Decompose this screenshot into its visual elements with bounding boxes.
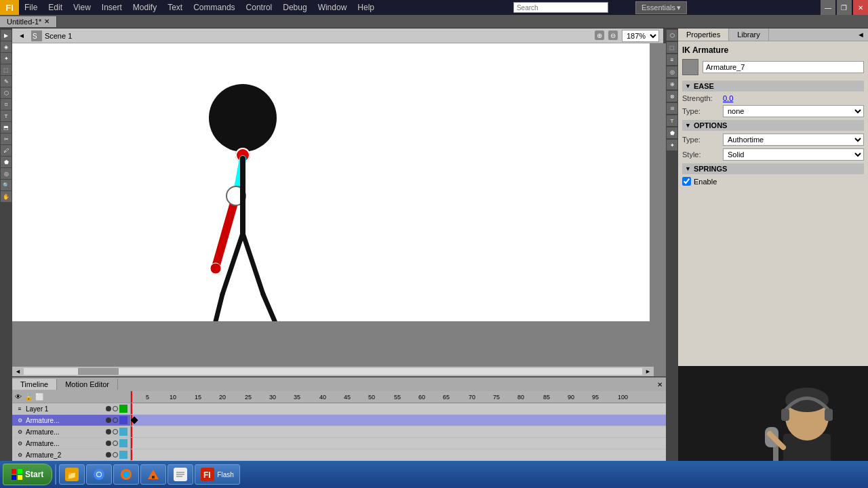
menu-window[interactable]: Window (313, 0, 353, 15)
rtoolbar-btn-9[interactable]: ⬟ (667, 127, 677, 138)
options-type-select[interactable]: Authortime Runtime (723, 134, 864, 146)
taskbar-notepad-button[interactable] (167, 464, 193, 485)
rtoolbar-btn-1[interactable]: ⬡ (667, 30, 677, 41)
menu-control[interactable]: Control (241, 0, 278, 15)
red-bar (131, 449, 132, 460)
minimize-button[interactable]: — (821, 0, 835, 15)
springs-section-header[interactable]: ▼ SPRINGS (682, 163, 864, 174)
rtoolbar-btn-10[interactable]: ✦ (667, 140, 677, 150)
frame-15: 15 (195, 394, 201, 401)
track-row-1[interactable] (131, 403, 666, 415)
toolbar-btn-7[interactable]: ⌑ (1, 99, 12, 110)
menu-debug[interactable]: Debug (277, 0, 312, 15)
layer-visibility-dot[interactable] (106, 441, 111, 446)
taskbar-firefox-button[interactable] (113, 464, 139, 485)
track-row-3[interactable] (131, 426, 666, 438)
restore-button[interactable]: ❐ (837, 0, 852, 15)
menu-insert[interactable]: Insert (96, 0, 127, 15)
toolbar-btn-3[interactable]: ✦ (1, 53, 12, 64)
toolbar-btn-2[interactable]: ◈ (1, 41, 12, 52)
layer-row-5[interactable]: ⚙ Armature_2 (12, 449, 130, 461)
layer-visibility-dot[interactable] (106, 429, 111, 434)
menu-edit[interactable]: Edit (43, 0, 68, 15)
zoom-select[interactable]: 187% 50% 75% 100% 150% 200% 400% (622, 30, 659, 42)
rtoolbar-btn-5[interactable]: ⊕ (667, 79, 677, 89)
track-row-5[interactable] (131, 449, 666, 461)
layer-visibility-dot[interactable] (106, 418, 111, 423)
ease-type-select[interactable]: none simple stop and start (723, 105, 864, 117)
taskbar-chrome-button[interactable] (86, 464, 112, 485)
layer-row-3[interactable]: ⚙ Armature... (12, 426, 130, 438)
tab-library[interactable]: Library (729, 28, 769, 41)
toolbar-btn-1[interactable]: ▶ (1, 30, 12, 41)
tab-timeline[interactable]: Timeline (12, 379, 57, 390)
scroll-track[interactable] (24, 368, 642, 375)
rtoolbar-btn-2[interactable]: ⬚ (667, 42, 677, 53)
track-row-2[interactable] (131, 415, 666, 426)
canvas-area[interactable]: ◄ ► (12, 43, 666, 376)
tab-motion-editor[interactable]: Motion Editor (57, 379, 118, 390)
rtoolbar-btn-6[interactable]: ⊗ (667, 91, 677, 102)
taskbar-explorer-button[interactable]: 📁 (59, 464, 85, 485)
canvas-white[interactable] (12, 43, 650, 321)
scroll-right-button[interactable]: ► (642, 368, 654, 375)
toolbar-btn-10[interactable]: ✂ (1, 134, 12, 144)
essentials-button[interactable]: Essentials ▾ (635, 1, 687, 14)
menu-modify[interactable]: Modify (127, 0, 162, 15)
rtoolbar-btn-4[interactable]: ◎ (667, 66, 677, 77)
layer-lock-dot[interactable] (113, 406, 118, 411)
search-input[interactable] (513, 2, 608, 13)
tab-close-button[interactable]: ✕ (44, 18, 50, 25)
toolbar-btn-14[interactable]: 🔍 (1, 180, 12, 190)
springs-enable-checkbox[interactable] (682, 177, 691, 186)
track-row-4[interactable] (131, 438, 666, 449)
menu-text[interactable]: Text (162, 0, 188, 15)
options-section-header[interactable]: ▼ OPTIONS (682, 120, 864, 131)
armature-name-input[interactable] (703, 61, 864, 73)
layer-lock-dot[interactable] (113, 441, 118, 446)
layer-visibility-dot[interactable] (106, 406, 111, 411)
toolbar-btn-6[interactable]: ⬡ (1, 87, 12, 98)
taskbar-vlc-button[interactable] (140, 464, 166, 485)
toolbar-btn-13[interactable]: ◎ (1, 168, 12, 179)
menu-commands[interactable]: Commands (188, 0, 240, 15)
layer-lock-dot[interactable] (113, 452, 118, 458)
close-button[interactable]: ✕ (853, 0, 868, 15)
rtoolbar-btn-7[interactable]: ⧆ (667, 103, 677, 114)
ease-section-header[interactable]: ▼ EASE (682, 81, 864, 92)
toolbar-btn-8[interactable]: T (1, 110, 12, 121)
document-tab[interactable]: Untitled-1* ✕ (0, 16, 57, 27)
rtoolbar-btn-3[interactable]: ≡ (667, 54, 677, 65)
timeline-close-button[interactable]: ✕ (654, 380, 666, 390)
menu-help[interactable]: Help (352, 0, 380, 15)
canvas-hscroll[interactable]: ◄ ► (12, 367, 654, 376)
playhead[interactable] (131, 391, 132, 403)
menu-file[interactable]: File (19, 0, 43, 15)
scroll-left-button[interactable]: ◄ (12, 368, 24, 375)
panel-collapse-button[interactable]: ◄ (854, 28, 868, 41)
layer-row-1[interactable]: ≡ Layer 1 (12, 403, 130, 415)
toolbar-btn-15[interactable]: ✋ (1, 191, 12, 202)
toolbar-btn-11[interactable]: 🖊 (1, 145, 12, 156)
strength-value[interactable]: 0.0 (723, 94, 733, 102)
toolbar-btn-4[interactable]: ⬚ (1, 64, 12, 75)
ease-type-row: Type: none simple stop and start (682, 105, 864, 117)
toolbar-btn-12[interactable]: ⬟ (1, 157, 12, 167)
layer-visibility-dot[interactable] (106, 452, 111, 458)
rtoolbar-btn-8[interactable]: T (667, 115, 677, 126)
options-style-select[interactable]: Solid Dotted None (723, 148, 864, 161)
toolbar-btn-9[interactable]: ⬒ (1, 122, 12, 133)
scene-label: S Scene 1 (31, 30, 72, 41)
scene-back-button[interactable]: ◄ (16, 31, 27, 40)
layer-row-2[interactable]: ⚙ Armature... (12, 415, 130, 426)
taskbar-flash-button[interactable]: Fl Flash (195, 464, 239, 485)
toolbar-btn-5[interactable]: ✎ (1, 76, 12, 87)
scroll-thumb[interactable] (78, 368, 119, 375)
start-button[interactable]: Start (3, 464, 52, 485)
layer-row-4[interactable]: ⚙ Armature... (12, 438, 130, 449)
tab-properties[interactable]: Properties (678, 28, 729, 41)
menu-view[interactable]: View (68, 0, 96, 15)
svg-text:Fl: Fl (203, 470, 211, 480)
layer-lock-dot[interactable] (113, 418, 118, 423)
layer-lock-dot[interactable] (113, 429, 118, 434)
